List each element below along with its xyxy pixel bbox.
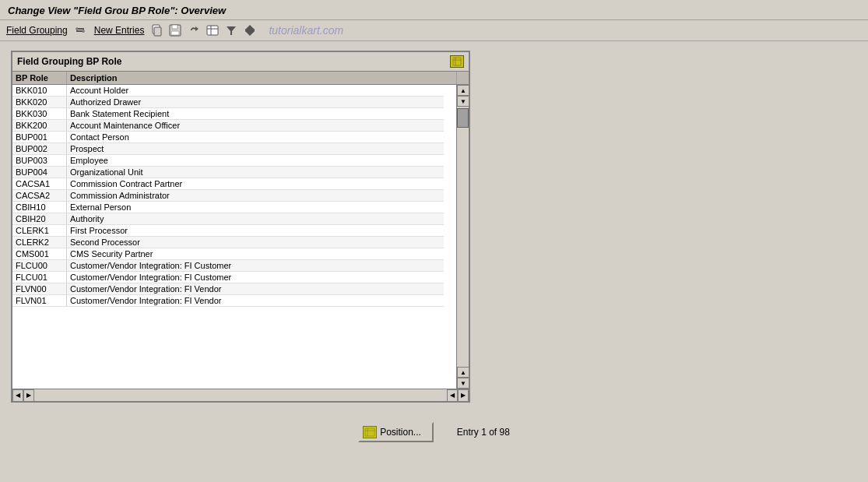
table-section-title: Field Grouping BP Role (17, 56, 450, 67)
cell-bp-role: FLVN01 (12, 295, 67, 306)
svg-marker-14 (246, 25, 254, 29)
cell-bp-role: BUP001 (12, 132, 67, 142)
field-grouping-menu[interactable]: Field Grouping (6, 25, 68, 36)
cell-description: Commission Contract Partner (67, 178, 444, 189)
copy-icon[interactable] (149, 23, 164, 37)
table-row[interactable]: BKK030Bank Statement Recipient (12, 108, 444, 120)
horizontal-scrollbar[interactable]: ◀ ▶ ◀ ▶ (12, 389, 469, 401)
cell-bp-role: BKK200 (12, 120, 67, 131)
cell-bp-role: CMS001 (12, 248, 67, 259)
filter-icon[interactable] (223, 23, 239, 37)
additional-icon[interactable] (242, 23, 258, 37)
cell-bp-role: CACSA2 (12, 190, 67, 201)
cell-bp-role: BUP004 (12, 167, 67, 178)
svg-point-3 (82, 30, 84, 33)
cell-description: Commission Administrator (67, 190, 444, 201)
table-row[interactable]: BUP004Organizational Unit (12, 167, 444, 178)
cell-description: Authority (67, 213, 444, 224)
table-config-icon[interactable] (450, 55, 464, 68)
table-row[interactable]: BKK010Account Holder (12, 85, 444, 97)
main-content: Field Grouping BP Role BP Role Descripti… (0, 41, 868, 450)
page-title: Change View "Field Grou BP Role": Overvi… (8, 5, 226, 16)
cell-description: Employee (67, 155, 444, 166)
table-body: BKK010Account HolderBKK020Authorized Dra… (12, 85, 444, 389)
scroll-thumb[interactable] (457, 108, 469, 128)
table-row[interactable]: FLCU00Customer/Vendor Integration: FI Cu… (12, 260, 444, 272)
table-row[interactable]: CLERK1First Processor (12, 225, 444, 237)
svg-rect-8 (171, 31, 179, 35)
scroll-up-btn[interactable]: ▲ (457, 85, 469, 96)
cell-bp-role: CLERK1 (12, 225, 67, 236)
table-row[interactable]: CLERK2Second Processor (12, 237, 444, 248)
table-row[interactable]: BUP003Employee (12, 155, 444, 167)
table-row[interactable]: BKK020Authorized Drawer (12, 97, 444, 108)
cell-description: Second Processor (67, 237, 444, 248)
table-icon[interactable] (205, 23, 220, 37)
cell-description: Organizational Unit (67, 167, 444, 178)
svg-marker-15 (246, 32, 254, 36)
cell-description: Account Holder (67, 85, 444, 96)
h-scroll-right2[interactable]: ▶ (458, 389, 469, 402)
scroll-down-btn-bottom[interactable]: ▼ (457, 378, 469, 389)
cell-description: External Person (67, 202, 444, 213)
position-button[interactable]: Position... (358, 422, 434, 442)
cell-description: Prospect (67, 143, 444, 154)
save-icon[interactable] (167, 23, 183, 37)
cell-description: Customer/Vendor Integration: FI Vendor (67, 295, 444, 306)
h-scroll-left-btn[interactable]: ◀ (12, 389, 23, 402)
scroll-track[interactable] (457, 107, 469, 367)
cell-bp-role: BKK030 (12, 108, 67, 119)
svg-rect-13 (245, 29, 255, 32)
entry-count: Entry 1 of 98 (457, 427, 510, 438)
cell-bp-role: BUP002 (12, 143, 67, 154)
cell-bp-role: FLCU00 (12, 260, 67, 271)
table-row[interactable]: FLCU01Customer/Vendor Integration: FI Cu… (12, 272, 444, 283)
scroll-up-btn-bottom[interactable]: ▲ (457, 367, 469, 378)
h-scroll-right-btn[interactable]: ▶ (23, 389, 34, 402)
cell-bp-role: BKK010 (12, 85, 67, 96)
cell-bp-role: BUP003 (12, 155, 67, 166)
h-scroll-track[interactable] (34, 389, 385, 401)
new-entries-label[interactable]: New Entries (94, 25, 145, 36)
column-headers: BP Role Description (12, 72, 469, 85)
table-row[interactable]: BUP001Contact Person (12, 132, 444, 143)
cell-bp-role: CBIH20 (12, 213, 67, 224)
vertical-scrollbar[interactable]: ▲ ▼ ▲ ▼ (456, 85, 469, 389)
table-row[interactable]: CBIH20Authority (12, 213, 444, 225)
toolbar: Field Grouping New Entries tutorialkart.… (0, 20, 868, 41)
cell-description: Customer/Vendor Integration: FI Customer (67, 260, 444, 271)
cell-bp-role: BKK020 (12, 97, 67, 107)
cell-description: Contact Person (67, 132, 444, 142)
h-scroll-left2[interactable]: ◀ (447, 389, 458, 402)
footer: Position... Entry 1 of 98 (11, 422, 857, 442)
cell-description: Customer/Vendor Integration: FI Vendor (67, 283, 444, 294)
cell-bp-role: FLVN00 (12, 283, 67, 294)
svg-rect-5 (154, 27, 161, 36)
title-bar: Change View "Field Grou BP Role": Overvi… (0, 0, 868, 20)
svg-rect-7 (172, 25, 177, 29)
table-row[interactable]: FLVN00Customer/Vendor Integration: FI Ve… (12, 283, 444, 295)
tools-icon[interactable] (72, 23, 88, 37)
table-row[interactable]: CACSA2Commission Administrator (12, 190, 444, 202)
position-icon (363, 426, 377, 438)
table-container: Field Grouping BP Role BP Role Descripti… (11, 51, 470, 403)
table-row[interactable]: CACSA1Commission Contract Partner (12, 178, 444, 190)
undo-icon[interactable] (186, 23, 202, 37)
cell-description: Authorized Drawer (67, 97, 444, 107)
svg-rect-9 (207, 26, 218, 35)
col-header-description: Description (67, 72, 456, 84)
svg-rect-16 (453, 58, 461, 65)
table-row[interactable]: FLVN01Customer/Vendor Integration: FI Ve… (12, 295, 444, 307)
table-row[interactable]: BUP002Prospect (12, 143, 444, 155)
cell-description: Account Maintenance Officer (67, 120, 444, 131)
cell-description: First Processor (67, 225, 444, 236)
cell-bp-role: FLCU01 (12, 272, 67, 283)
cell-bp-role: CLERK2 (12, 237, 67, 248)
table-row[interactable]: BKK200Account Maintenance Officer (12, 120, 444, 132)
table-row[interactable]: CBIH10External Person (12, 202, 444, 213)
table-row[interactable]: CMS001CMS Security Partner (12, 248, 444, 260)
scroll-down-btn-top[interactable]: ▼ (457, 96, 469, 107)
col-header-bp-role: BP Role (12, 72, 67, 84)
cell-description: Bank Statement Recipient (67, 108, 444, 119)
svg-rect-19 (365, 428, 374, 436)
